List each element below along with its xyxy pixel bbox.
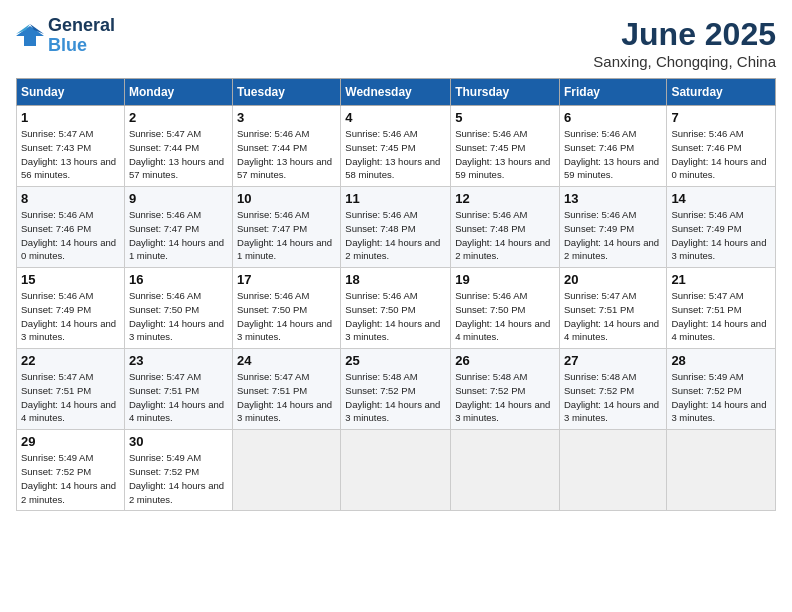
- calendar-cell: 4 Sunrise: 5:46 AMSunset: 7:45 PMDayligh…: [341, 106, 451, 187]
- calendar-row-1: 1 Sunrise: 5:47 AMSunset: 7:43 PMDayligh…: [17, 106, 776, 187]
- day-number: 10: [237, 191, 336, 206]
- day-number: 29: [21, 434, 120, 449]
- calendar-cell: 14 Sunrise: 5:46 AMSunset: 7:49 PMDaylig…: [667, 187, 776, 268]
- day-number: 13: [564, 191, 662, 206]
- day-number: 6: [564, 110, 662, 125]
- day-info: Sunrise: 5:46 AMSunset: 7:49 PMDaylight:…: [21, 290, 116, 342]
- day-info: Sunrise: 5:46 AMSunset: 7:48 PMDaylight:…: [455, 209, 550, 261]
- day-number: 2: [129, 110, 228, 125]
- weekday-header-thursday: Thursday: [451, 79, 560, 106]
- calendar-table: SundayMondayTuesdayWednesdayThursdayFrid…: [16, 78, 776, 511]
- calendar-cell: [559, 430, 666, 511]
- calendar-cell: 21 Sunrise: 5:47 AMSunset: 7:51 PMDaylig…: [667, 268, 776, 349]
- calendar-cell: 13 Sunrise: 5:46 AMSunset: 7:49 PMDaylig…: [559, 187, 666, 268]
- day-number: 30: [129, 434, 228, 449]
- day-info: Sunrise: 5:46 AMSunset: 7:50 PMDaylight:…: [345, 290, 440, 342]
- day-info: Sunrise: 5:46 AMSunset: 7:45 PMDaylight:…: [455, 128, 550, 180]
- calendar-cell: 18 Sunrise: 5:46 AMSunset: 7:50 PMDaylig…: [341, 268, 451, 349]
- logo-icon: [16, 22, 44, 50]
- day-number: 1: [21, 110, 120, 125]
- day-number: 8: [21, 191, 120, 206]
- day-info: Sunrise: 5:46 AMSunset: 7:47 PMDaylight:…: [237, 209, 332, 261]
- logo: GeneralBlue: [16, 16, 115, 56]
- weekday-header: SundayMondayTuesdayWednesdayThursdayFrid…: [17, 79, 776, 106]
- calendar-cell: 22 Sunrise: 5:47 AMSunset: 7:51 PMDaylig…: [17, 349, 125, 430]
- weekday-header-friday: Friday: [559, 79, 666, 106]
- calendar-row-2: 8 Sunrise: 5:46 AMSunset: 7:46 PMDayligh…: [17, 187, 776, 268]
- day-number: 27: [564, 353, 662, 368]
- day-number: 21: [671, 272, 771, 287]
- calendar-cell: 23 Sunrise: 5:47 AMSunset: 7:51 PMDaylig…: [124, 349, 232, 430]
- weekday-header-tuesday: Tuesday: [233, 79, 341, 106]
- day-info: Sunrise: 5:46 AMSunset: 7:46 PMDaylight:…: [564, 128, 659, 180]
- calendar-cell: 16 Sunrise: 5:46 AMSunset: 7:50 PMDaylig…: [124, 268, 232, 349]
- calendar-body: 1 Sunrise: 5:47 AMSunset: 7:43 PMDayligh…: [17, 106, 776, 511]
- calendar-cell: 3 Sunrise: 5:46 AMSunset: 7:44 PMDayligh…: [233, 106, 341, 187]
- day-info: Sunrise: 5:47 AMSunset: 7:43 PMDaylight:…: [21, 128, 116, 180]
- day-number: 25: [345, 353, 446, 368]
- calendar-cell: 6 Sunrise: 5:46 AMSunset: 7:46 PMDayligh…: [559, 106, 666, 187]
- weekday-header-monday: Monday: [124, 79, 232, 106]
- day-number: 18: [345, 272, 446, 287]
- day-info: Sunrise: 5:46 AMSunset: 7:46 PMDaylight:…: [671, 128, 766, 180]
- calendar-cell: [451, 430, 560, 511]
- calendar-cell: 30 Sunrise: 5:49 AMSunset: 7:52 PMDaylig…: [124, 430, 232, 511]
- day-number: 9: [129, 191, 228, 206]
- day-number: 4: [345, 110, 446, 125]
- calendar-cell: 24 Sunrise: 5:47 AMSunset: 7:51 PMDaylig…: [233, 349, 341, 430]
- weekday-header-saturday: Saturday: [667, 79, 776, 106]
- day-info: Sunrise: 5:46 AMSunset: 7:50 PMDaylight:…: [129, 290, 224, 342]
- day-number: 19: [455, 272, 555, 287]
- calendar-row-4: 22 Sunrise: 5:47 AMSunset: 7:51 PMDaylig…: [17, 349, 776, 430]
- calendar-cell: 11 Sunrise: 5:46 AMSunset: 7:48 PMDaylig…: [341, 187, 451, 268]
- title-area: June 2025 Sanxing, Chongqing, China: [593, 16, 776, 70]
- day-number: 24: [237, 353, 336, 368]
- calendar-cell: 26 Sunrise: 5:48 AMSunset: 7:52 PMDaylig…: [451, 349, 560, 430]
- day-number: 15: [21, 272, 120, 287]
- calendar-row-3: 15 Sunrise: 5:46 AMSunset: 7:49 PMDaylig…: [17, 268, 776, 349]
- day-number: 11: [345, 191, 446, 206]
- location-title: Sanxing, Chongqing, China: [593, 53, 776, 70]
- header: GeneralBlue June 2025 Sanxing, Chongqing…: [16, 16, 776, 70]
- day-number: 22: [21, 353, 120, 368]
- day-number: 16: [129, 272, 228, 287]
- calendar-cell: 10 Sunrise: 5:46 AMSunset: 7:47 PMDaylig…: [233, 187, 341, 268]
- calendar-cell: 19 Sunrise: 5:46 AMSunset: 7:50 PMDaylig…: [451, 268, 560, 349]
- calendar-cell: 1 Sunrise: 5:47 AMSunset: 7:43 PMDayligh…: [17, 106, 125, 187]
- day-info: Sunrise: 5:46 AMSunset: 7:50 PMDaylight:…: [237, 290, 332, 342]
- day-info: Sunrise: 5:47 AMSunset: 7:51 PMDaylight:…: [129, 371, 224, 423]
- calendar-cell: 28 Sunrise: 5:49 AMSunset: 7:52 PMDaylig…: [667, 349, 776, 430]
- calendar-row-5: 29 Sunrise: 5:49 AMSunset: 7:52 PMDaylig…: [17, 430, 776, 511]
- day-info: Sunrise: 5:46 AMSunset: 7:50 PMDaylight:…: [455, 290, 550, 342]
- day-number: 7: [671, 110, 771, 125]
- day-info: Sunrise: 5:49 AMSunset: 7:52 PMDaylight:…: [129, 452, 224, 504]
- svg-marker-0: [16, 26, 44, 46]
- calendar-cell: 17 Sunrise: 5:46 AMSunset: 7:50 PMDaylig…: [233, 268, 341, 349]
- day-info: Sunrise: 5:49 AMSunset: 7:52 PMDaylight:…: [21, 452, 116, 504]
- calendar-cell: [341, 430, 451, 511]
- day-info: Sunrise: 5:47 AMSunset: 7:51 PMDaylight:…: [21, 371, 116, 423]
- day-number: 26: [455, 353, 555, 368]
- calendar-cell: 20 Sunrise: 5:47 AMSunset: 7:51 PMDaylig…: [559, 268, 666, 349]
- day-info: Sunrise: 5:46 AMSunset: 7:45 PMDaylight:…: [345, 128, 440, 180]
- day-info: Sunrise: 5:46 AMSunset: 7:49 PMDaylight:…: [671, 209, 766, 261]
- day-info: Sunrise: 5:46 AMSunset: 7:46 PMDaylight:…: [21, 209, 116, 261]
- day-info: Sunrise: 5:46 AMSunset: 7:49 PMDaylight:…: [564, 209, 659, 261]
- weekday-header-wednesday: Wednesday: [341, 79, 451, 106]
- calendar-cell: [667, 430, 776, 511]
- day-info: Sunrise: 5:49 AMSunset: 7:52 PMDaylight:…: [671, 371, 766, 423]
- day-info: Sunrise: 5:47 AMSunset: 7:51 PMDaylight:…: [237, 371, 332, 423]
- logo-text: GeneralBlue: [48, 16, 115, 56]
- day-number: 14: [671, 191, 771, 206]
- day-info: Sunrise: 5:46 AMSunset: 7:47 PMDaylight:…: [129, 209, 224, 261]
- calendar-cell: 27 Sunrise: 5:48 AMSunset: 7:52 PMDaylig…: [559, 349, 666, 430]
- calendar-cell: 15 Sunrise: 5:46 AMSunset: 7:49 PMDaylig…: [17, 268, 125, 349]
- day-number: 5: [455, 110, 555, 125]
- calendar-cell: 29 Sunrise: 5:49 AMSunset: 7:52 PMDaylig…: [17, 430, 125, 511]
- day-info: Sunrise: 5:47 AMSunset: 7:51 PMDaylight:…: [564, 290, 659, 342]
- day-number: 23: [129, 353, 228, 368]
- day-number: 3: [237, 110, 336, 125]
- month-title: June 2025: [593, 16, 776, 53]
- weekday-header-sunday: Sunday: [17, 79, 125, 106]
- calendar-cell: 7 Sunrise: 5:46 AMSunset: 7:46 PMDayligh…: [667, 106, 776, 187]
